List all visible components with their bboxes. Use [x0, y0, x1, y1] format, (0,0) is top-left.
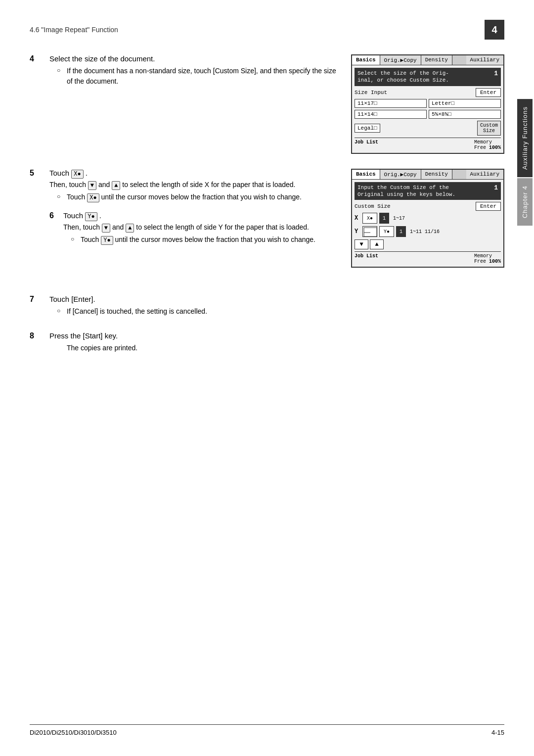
step-4-with-panel: Select the size of the document. ○ If th… — [49, 54, 504, 154]
step-6-content: Touch Y● . Then, touch ▼ and ▲ to select… — [63, 211, 315, 245]
step-4-title: Select the size of the document. — [49, 54, 341, 63]
tab-auxiliary-1[interactable]: Auxiliary — [466, 55, 503, 65]
step-4-left: Select the size of the document. ○ If th… — [49, 54, 341, 154]
step-7-content: Touch [Enter]. ○ If [Cancel] is touched,… — [49, 295, 504, 317]
step-5-title: Touch X● . — [49, 169, 336, 178]
panel-1-message-text: Select the size of the Orig-inal, or cho… — [357, 70, 491, 84]
bullet-7-1: ○ — [57, 307, 63, 314]
step-8-sub-text: The copies are printed. — [67, 343, 137, 353]
btn-letter[interactable]: Letter□ — [429, 99, 501, 108]
tab-density-2[interactable]: Density — [421, 170, 452, 179]
step-7-block: 7 Touch [Enter]. ○ If [Cancel] is touche… — [30, 295, 504, 317]
btn-legal[interactable]: Legal□ — [355, 124, 380, 133]
step-6-sub-1: ○ Touch Y● until the cursor moves below … — [71, 235, 315, 245]
footer-model: Di2010/Di2510/Di3010/Di3510 — [30, 729, 117, 736]
panel-1-enter-btn[interactable]: Enter — [476, 88, 501, 97]
step-6-number-wrap: 6 Touch Y● . Then, touch ▼ and ▲ to sele… — [49, 211, 315, 245]
page-container: 4.6 "Image Repeat" Function 4 Auxiliary … — [0, 0, 534, 756]
chapter-badge: 4 — [485, 20, 504, 40]
x-input-box[interactable]: X● — [362, 213, 377, 224]
up-arrow-btn[interactable]: ▲ — [370, 239, 384, 249]
x-btn-inline: X● — [71, 170, 83, 179]
bullet-6-1: ○ — [71, 236, 77, 242]
tab-orig-copy-1[interactable]: Orig.▶Copy — [380, 55, 421, 65]
y-range: 1~11 11/16 — [410, 229, 440, 235]
step-4-block: 4 Select the size of the document. ○ If … — [30, 54, 504, 154]
step-7-number: 7 — [30, 295, 40, 317]
step-7-sub-text: If [Cancel] is touched, the setting is c… — [67, 306, 207, 317]
page-footer: Di2010/Di2510/Di3010/Di3510 4-15 — [30, 724, 504, 736]
tab-density-1[interactable]: Density — [421, 55, 452, 65]
step-8-content: Press the [Start] key. ○ The copies are … — [49, 331, 504, 353]
panel-1-memory: MemoryFree 100% — [474, 140, 501, 150]
step-5-desc: Then, touch ▼ and ▲ to select the length… — [49, 181, 336, 189]
panel-2: Basics Orig.▶Copy Density Auxiliary Inpu… — [351, 169, 504, 268]
panel-2-tabs: Basics Orig.▶Copy Density Auxiliary — [352, 170, 503, 180]
y-btn-inline: Y● — [85, 212, 97, 221]
down-btn-5: ▼ — [88, 181, 96, 190]
down-btn-6: ▼ — [102, 224, 110, 233]
x-btn-sub: X● — [87, 193, 99, 202]
bullet-1: ○ — [57, 67, 63, 74]
up-btn-5: ▲ — [112, 181, 120, 190]
xy-x-row: X X● 1 1~17 — [355, 213, 501, 224]
btn-5x8[interactable]: 5⅝×8⅝□ — [429, 110, 501, 119]
panel-1-button-grid: 11×17□ Letter□ 11×14□ 5⅝×8⅝□ — [355, 99, 501, 119]
step-4-sub-1: ○ If the document has a non-standard siz… — [57, 66, 341, 87]
y-label: Y — [355, 228, 360, 235]
down-arrow-btn[interactable]: ▼ — [355, 239, 368, 249]
section-header: 4.6 "Image Repeat" Function 4 — [0, 0, 534, 40]
y-input-box[interactable]: Y● — [379, 226, 394, 237]
xy-y-row: Y Y● 1 — [355, 226, 501, 237]
tab-orig-copy-2[interactable]: Orig.▶Copy — [380, 170, 421, 179]
step-4-content: Select the size of the document. ○ If th… — [49, 54, 504, 154]
step-7-sub-1: ○ If [Cancel] is touched, the setting is… — [57, 306, 504, 317]
step-6-block: 6 Touch Y● . Then, touch ▼ and ▲ to sele… — [49, 211, 336, 245]
up-btn-6: ▲ — [126, 224, 134, 233]
x-cursor-box: 1 — [379, 213, 389, 224]
panel-1-job-list[interactable]: Job List — [355, 140, 378, 150]
panel-2-enter-btn[interactable]: Enter — [476, 202, 501, 211]
step-5-content: Touch X● . Then, touch ▼ and ▲ to select… — [49, 169, 504, 281]
step-6-title: Touch Y● . — [63, 211, 315, 220]
panel-2-job-list[interactable]: Job List — [355, 253, 378, 264]
panel-2-body: Input the Custom Size of theOriginal usi… — [352, 180, 503, 267]
step-6-number: 6 — [49, 211, 59, 245]
arrow-buttons: ▼ ▲ — [355, 239, 501, 249]
tab-auxiliary-2[interactable]: Auxiliary — [466, 170, 503, 179]
panel-2-message: Input the Custom Size of theOriginal usi… — [355, 182, 501, 200]
step-5-left: Touch X● . Then, touch ▼ and ▲ to select… — [49, 169, 336, 268]
svg-rect-0 — [364, 228, 377, 236]
panel-1-body: Select the size of the Orig-inal, or cho… — [352, 65, 503, 153]
content-area: 4 Select the size of the document. ○ If … — [0, 40, 534, 353]
panel-1-page-num: 1 — [494, 70, 498, 77]
step-4-number: 4 — [30, 54, 40, 154]
step-6-desc: Then, touch ▼ and ▲ to select the length… — [63, 223, 315, 232]
panel-2-memory: MemoryFree 100% — [474, 253, 501, 264]
step-6-inner: 6 Touch Y● . Then, touch ▼ and ▲ to sele… — [49, 211, 336, 245]
panel-1-footer: Job List MemoryFree 100% — [355, 138, 501, 150]
y-sketch-svg — [363, 227, 378, 237]
step-7-title: Touch [Enter]. — [49, 295, 504, 303]
step-5-panel-layout: Touch X● . Then, touch ▼ and ▲ to select… — [49, 169, 504, 268]
step-8-number: 8 — [30, 331, 40, 353]
btn-11x14[interactable]: 11×14□ — [355, 110, 427, 119]
bullet-5-1: ○ — [57, 193, 63, 200]
step-6-sub-text: Touch Y● until the cursor moves below th… — [81, 235, 315, 245]
step-5-sub-1: ○ Touch X● until the cursor moves below … — [57, 192, 336, 202]
y-sketch-box — [362, 226, 377, 237]
tab-basics-2[interactable]: Basics — [352, 170, 380, 179]
btn-11x17[interactable]: 11×17□ — [355, 99, 427, 108]
panel-2-message-text: Input the Custom Size of theOriginal usi… — [357, 184, 491, 198]
panel-2-custom-label: Custom Size — [355, 203, 474, 209]
panel-1-size-input-row: Size Input Enter — [355, 88, 501, 97]
footer-page: 4-15 — [491, 729, 504, 736]
step-4-sub-text: If the document has a non-standard size,… — [67, 66, 341, 87]
step-5-sub-text: Touch X● until the cursor moves below th… — [67, 192, 302, 202]
y-btn-sub: Y● — [101, 236, 113, 245]
tab-basics-1[interactable]: Basics — [352, 55, 380, 65]
btn-custom-size[interactable]: CustomSize — [477, 121, 501, 136]
panel-1-message: Select the size of the Orig-inal, or cho… — [355, 68, 501, 86]
panel-2-custom-size-row: Custom Size Enter — [355, 202, 501, 211]
step-5-number: 5 — [30, 169, 40, 281]
